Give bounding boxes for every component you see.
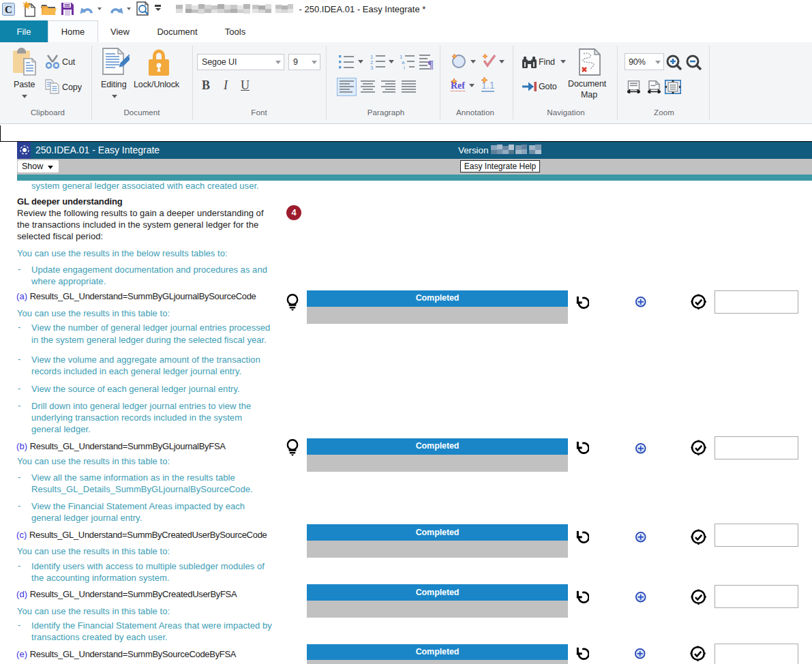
- svg-text:i: i: [404, 65, 405, 70]
- svg-text:C: C: [5, 4, 12, 15]
- svg-text:¶: ¶: [427, 58, 434, 70]
- svg-text:3: 3: [370, 65, 374, 70]
